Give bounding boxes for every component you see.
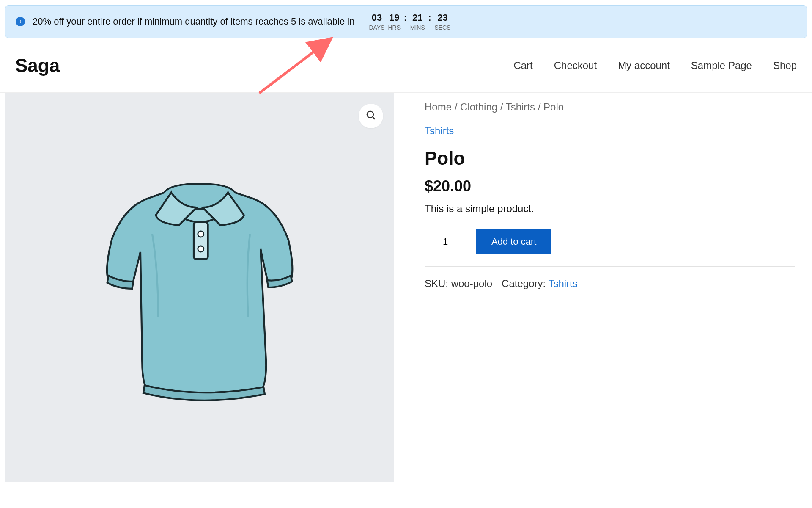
promo-text: 20% off your entire order if minimum qua… — [33, 16, 354, 27]
nav-checkout[interactable]: Checkout — [554, 60, 597, 72]
product-page: Home / Clothing / Tshirts / Polo Tshirts… — [0, 93, 812, 482]
product-image[interactable] — [5, 93, 394, 482]
product-description: This is a simple product. — [425, 203, 795, 215]
category-value-link[interactable]: Tshirts — [548, 278, 577, 289]
breadcrumb-tshirts[interactable]: Tshirts — [506, 101, 535, 113]
countdown: 03 DAYS 19 HRS : 21 MINS : 23 SECS — [369, 12, 450, 31]
nav-cart[interactable]: Cart — [513, 60, 532, 72]
product-details: Home / Clothing / Tshirts / Polo Tshirts… — [394, 93, 812, 482]
countdown-hours: 19 HRS — [388, 12, 401, 31]
breadcrumb-current: Polo — [543, 101, 564, 113]
svg-point-2 — [367, 111, 373, 118]
header: Saga Cart Checkout My account Sample Pag… — [0, 43, 812, 93]
countdown-secs: 23 SECS — [434, 12, 450, 31]
add-to-cart-button[interactable]: Add to cart — [476, 229, 551, 254]
divider — [425, 266, 795, 267]
category-link[interactable]: Tshirts — [425, 125, 454, 137]
countdown-hours-label: HRS — [388, 24, 401, 31]
nav-account[interactable]: My account — [618, 60, 670, 72]
add-to-cart-row: Add to cart — [425, 229, 795, 254]
svg-rect-1 — [20, 21, 21, 23]
svg-point-5 — [198, 231, 204, 237]
countdown-mins: 21 MINS — [410, 12, 425, 31]
product-meta: SKU: woo-poloCategory: Tshirts — [425, 278, 795, 290]
breadcrumb: Home / Clothing / Tshirts / Polo — [425, 101, 795, 113]
countdown-secs-value: 23 — [437, 12, 447, 23]
countdown-mins-label: MINS — [410, 24, 425, 31]
info-icon — [16, 17, 25, 26]
countdown-hours-value: 19 — [389, 12, 399, 23]
quantity-input[interactable] — [425, 229, 466, 254]
category-label: Category: — [502, 278, 548, 289]
countdown-secs-label: SECS — [434, 24, 450, 31]
product-illustration — [81, 160, 318, 414]
nav-shop[interactable]: Shop — [773, 60, 797, 72]
countdown-days: 03 DAYS — [369, 12, 384, 31]
magnifier-icon — [365, 110, 376, 122]
svg-rect-4 — [194, 222, 208, 259]
breadcrumb-clothing[interactable]: Clothing — [460, 101, 497, 113]
svg-point-0 — [20, 20, 21, 21]
promo-banner: 20% off your entire order if minimum qua… — [5, 5, 807, 38]
product-price: $20.00 — [425, 177, 795, 195]
countdown-days-label: DAYS — [369, 24, 384, 31]
product-title: Polo — [425, 148, 795, 169]
countdown-mins-value: 21 — [412, 12, 422, 23]
sku-label: SKU: — [425, 278, 451, 289]
main-nav: Cart Checkout My account Sample Page Sho… — [513, 60, 797, 72]
brand-logo[interactable]: Saga — [15, 55, 60, 76]
svg-point-6 — [198, 246, 204, 252]
countdown-days-value: 03 — [372, 12, 382, 23]
countdown-sep: : — [428, 12, 431, 23]
countdown-sep: : — [404, 12, 407, 23]
svg-line-3 — [373, 117, 375, 119]
sku-value: woo-polo — [451, 278, 492, 289]
nav-sample[interactable]: Sample Page — [691, 60, 752, 72]
breadcrumb-home[interactable]: Home — [425, 101, 452, 113]
zoom-button[interactable] — [359, 104, 383, 128]
